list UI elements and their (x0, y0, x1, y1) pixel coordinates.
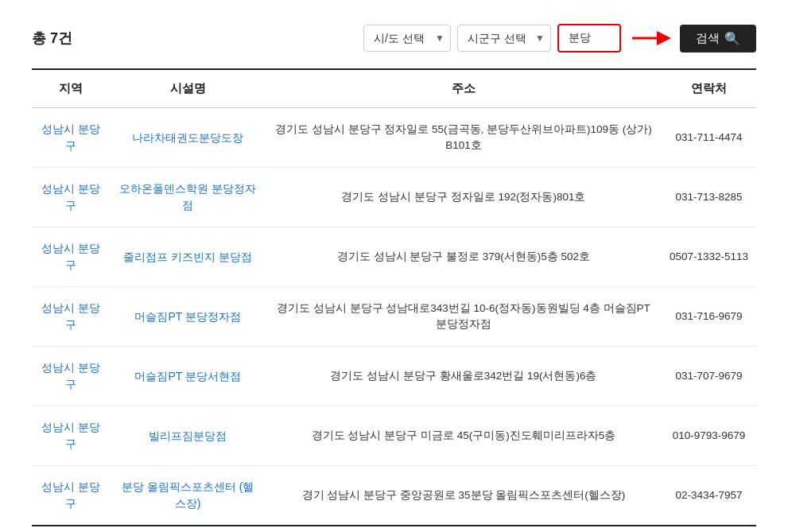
keyword-wrapper (557, 24, 621, 52)
total-count: 총 7건 (32, 29, 72, 48)
arrow-annotation (631, 26, 670, 50)
cell-region: 성남시 분당구 (32, 466, 110, 526)
cell-address: 경기도 성남시 분당구 미금로 45(구미동)진도훼미리프라자5층 (266, 406, 662, 466)
keyword-input[interactable] (557, 24, 621, 52)
cell-address: 경기 성남시 분당구 중앙공원로 35분당 올림픽스포츠센터(헬스장) (266, 466, 662, 526)
cell-region: 성남시 분당구 (32, 406, 110, 466)
sigungu-select-wrapper[interactable]: 시군구 선택 ▼ (457, 25, 551, 52)
cell-address: 경기도 성남시 분당구 황새울로342번길 19(서현동)6층 (266, 347, 662, 406)
cell-contact: 031-707-9679 (662, 347, 756, 406)
col-address: 주소 (266, 70, 662, 108)
cell-address: 경기도 성남시 분당구 정자일로 192(정자동)801호 (266, 168, 662, 227)
sido-select-wrapper[interactable]: 시/도 선택 ▼ (363, 25, 451, 52)
table-row: 성남시 분당구 줄리점프 키즈빈지 분당점 경기도 성남시 분당구 불정로 37… (32, 227, 756, 287)
cell-contact: 02-3434-7957 (662, 466, 756, 526)
cell-contact: 031-716-9679 (662, 287, 756, 347)
cell-facility[interactable]: 머슬짐PT 분당정자점 (110, 287, 266, 347)
cell-address: 경기도 성남시 분당구 성남대로343번길 10-6(정자동)동원빌딩 4층 머… (266, 287, 662, 347)
table-row: 성남시 분당구 머슬짐PT 분당서현점 경기도 성남시 분당구 황새울로342번… (32, 347, 756, 406)
cell-region: 성남시 분당구 (32, 108, 110, 168)
col-facility: 시설명 (110, 70, 266, 108)
cell-facility[interactable]: 머슬짐PT 분당서현점 (110, 347, 266, 406)
red-arrow-icon (631, 26, 670, 50)
cell-contact: 031-713-8285 (662, 168, 756, 227)
table-row: 성남시 분당구 머슬짐PT 분당정자점 경기도 성남시 분당구 성남대로343번… (32, 287, 756, 347)
cell-contact: 031-711-4474 (662, 108, 756, 168)
cell-region: 성남시 분당구 (32, 347, 110, 406)
cell-region: 성남시 분당구 (32, 287, 110, 347)
cell-address: 경기도 성남시 분당구 불정로 379(서현동)5층 502호 (266, 227, 662, 287)
search-button[interactable]: 검색 🔍 (680, 25, 756, 52)
table-row: 성남시 분당구 분당 올림픽스포츠센터 (헬스장) 경기 성남시 분당구 중앙공… (32, 466, 756, 526)
filter-area: 시/도 선택 ▼ 시군구 선택 ▼ (363, 24, 756, 52)
cell-facility[interactable]: 빌리프짐분당점 (110, 406, 266, 466)
sigungu-select[interactable]: 시군구 선택 (457, 25, 551, 52)
sido-select[interactable]: 시/도 선택 (363, 25, 451, 52)
cell-contact: 0507-1332-5113 (662, 227, 756, 287)
search-icon: 🔍 (724, 31, 740, 46)
cell-region: 성남시 분당구 (32, 168, 110, 227)
table-header-row: 지역 시설명 주소 연락처 (32, 70, 756, 108)
table-row: 성남시 분당구 빌리프짐분당점 경기도 성남시 분당구 미금로 45(구미동)진… (32, 406, 756, 466)
table-row: 성남시 분당구 오하온폴덴스학원 분당정자점 경기도 성남시 분당구 정자일로 … (32, 168, 756, 227)
cell-address: 경기도 성남시 분당구 정자일로 55(금곡동, 분당두산위브아파트)109동 … (266, 108, 662, 168)
col-region: 지역 (32, 70, 110, 108)
cell-facility[interactable]: 오하온폴덴스학원 분당정자점 (110, 168, 266, 227)
col-contact: 연락처 (662, 70, 756, 108)
cell-facility[interactable]: 줄리점프 키즈빈지 분당점 (110, 227, 266, 287)
table-row: 성남시 분당구 나라차태권도분당도장 경기도 성남시 분당구 정자일로 55(금… (32, 108, 756, 168)
results-table: 지역 시설명 주소 연락처 성남시 분당구 나라차태권도분당도장 경기도 성남시… (32, 70, 756, 526)
search-label: 검색 (696, 31, 720, 46)
cell-contact: 010-9793-9679 (662, 406, 756, 466)
cell-region: 성남시 분당구 (32, 227, 110, 287)
cell-facility[interactable]: 나라차태권도분당도장 (110, 108, 266, 168)
cell-facility[interactable]: 분당 올림픽스포츠센터 (헬스장) (110, 466, 266, 526)
